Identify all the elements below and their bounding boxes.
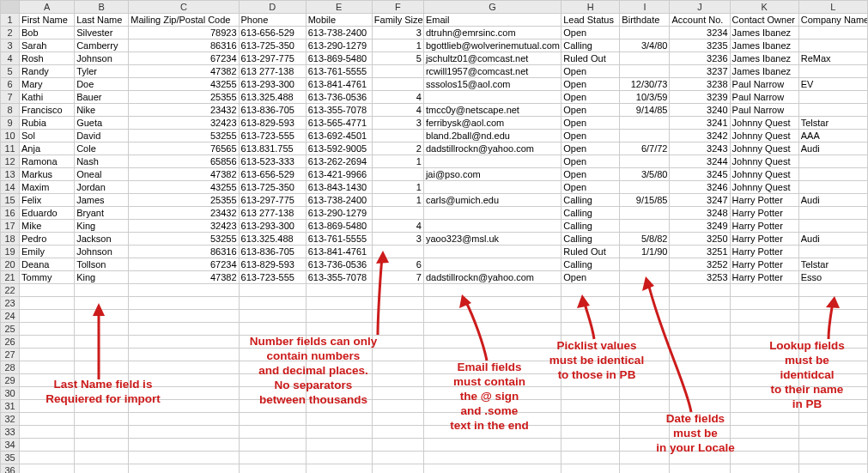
cell[interactable]: 613-738-2400 — [306, 27, 372, 39]
cell[interactable]: Calling — [561, 207, 620, 220]
field-header-cell[interactable]: Mailing Zip/Postal Code — [129, 14, 239, 27]
cell[interactable] — [239, 361, 306, 374]
cell[interactable]: Oneal — [75, 168, 129, 181]
row-header[interactable]: 26 — [1, 336, 20, 349]
cell[interactable]: 613-656-529 — [239, 27, 306, 39]
select-all-corner[interactable] — [1, 1, 20, 14]
cell[interactable]: Emily — [20, 246, 75, 258]
cell[interactable] — [372, 361, 423, 374]
cell[interactable] — [798, 39, 867, 52]
cell[interactable]: 9/15/85 — [620, 194, 670, 207]
cell[interactable] — [372, 464, 423, 474]
cell[interactable] — [561, 413, 620, 426]
cell[interactable] — [620, 439, 670, 452]
cell[interactable]: 613-761-5555 — [306, 65, 372, 78]
cell[interactable]: 3 — [372, 27, 423, 39]
cell[interactable] — [620, 297, 670, 310]
cell[interactable] — [423, 323, 561, 336]
cell[interactable] — [20, 284, 75, 297]
cell[interactable] — [306, 426, 372, 439]
cell[interactable]: 5 — [372, 52, 423, 65]
cell[interactable]: Calling — [561, 233, 620, 246]
cell[interactable]: 613-297-775 — [239, 52, 306, 65]
cell[interactable] — [239, 323, 306, 336]
cell[interactable]: Sarah — [20, 39, 75, 52]
cell[interactable]: 3242 — [670, 130, 730, 143]
cell[interactable] — [239, 310, 306, 323]
cell[interactable] — [372, 310, 423, 323]
cell[interactable] — [561, 361, 620, 374]
cell[interactable] — [730, 464, 798, 474]
cell[interactable] — [620, 452, 670, 464]
cell[interactable] — [423, 374, 561, 387]
cell[interactable] — [798, 323, 867, 336]
cell[interactable] — [423, 155, 561, 168]
cell[interactable]: Jordan — [75, 181, 129, 194]
cell[interactable]: Tyler — [75, 65, 129, 78]
cell[interactable] — [620, 284, 670, 297]
cell[interactable]: Open — [561, 271, 620, 284]
cell[interactable] — [798, 413, 867, 426]
cell[interactable]: 3246 — [670, 181, 730, 194]
cell[interactable]: 10/3/59 — [620, 91, 670, 104]
cell[interactable]: 76565 — [129, 143, 239, 155]
cell[interactable]: Deana — [20, 258, 75, 271]
cell[interactable]: 67234 — [129, 52, 239, 65]
cell[interactable] — [423, 284, 561, 297]
cell[interactable] — [423, 336, 561, 349]
cell[interactable] — [372, 168, 423, 181]
cell[interactable]: James Ibanez — [730, 65, 798, 78]
field-header-cell[interactable]: Birthdate — [620, 14, 670, 27]
field-header-cell[interactable]: Lead Status — [561, 14, 620, 27]
cell[interactable]: Tommy — [20, 271, 75, 284]
cell[interactable] — [372, 65, 423, 78]
cell[interactable]: Open — [561, 91, 620, 104]
row-header[interactable]: 9 — [1, 117, 20, 130]
cell[interactable]: Tollson — [75, 258, 129, 271]
cell[interactable]: 613 277-138 — [239, 207, 306, 220]
cell[interactable] — [75, 452, 129, 464]
cell[interactable] — [129, 323, 239, 336]
cell[interactable]: 32423 — [129, 117, 239, 130]
row-header[interactable]: 18 — [1, 233, 20, 246]
cell[interactable] — [129, 464, 239, 474]
cell[interactable]: 43255 — [129, 78, 239, 91]
cell[interactable] — [239, 374, 306, 387]
cell[interactable] — [798, 65, 867, 78]
cell[interactable] — [423, 413, 561, 426]
cell[interactable]: Markus — [20, 168, 75, 181]
cell[interactable] — [20, 323, 75, 336]
cell[interactable]: jai@pso.com — [423, 168, 561, 181]
cell[interactable]: 1 — [372, 39, 423, 52]
cell[interactable]: 613 277-138 — [239, 65, 306, 78]
cell[interactable] — [423, 400, 561, 413]
row-header[interactable]: 30 — [1, 387, 20, 400]
cell[interactable] — [798, 246, 867, 258]
cell[interactable]: 613-293-300 — [239, 220, 306, 233]
cell[interactable] — [20, 297, 75, 310]
cell[interactable]: Rosh — [20, 52, 75, 65]
cell[interactable] — [561, 336, 620, 349]
cell[interactable]: 3241 — [670, 117, 730, 130]
cell[interactable] — [75, 387, 129, 400]
cell[interactable] — [620, 130, 670, 143]
cell[interactable] — [423, 452, 561, 464]
cell[interactable]: Harry Potter — [730, 220, 798, 233]
row-header[interactable]: 19 — [1, 246, 20, 258]
cell[interactable] — [730, 452, 798, 464]
cell[interactable] — [423, 361, 561, 374]
cell[interactable]: 25355 — [129, 91, 239, 104]
row-header[interactable]: 21 — [1, 271, 20, 284]
cell[interactable]: Johnson — [75, 246, 129, 258]
cell[interactable]: carls@umich.edu — [423, 194, 561, 207]
cell[interactable] — [620, 374, 670, 387]
field-header-cell[interactable]: Company Name — [798, 14, 867, 27]
cell[interactable]: 613-692-4501 — [306, 130, 372, 143]
cell[interactable]: 613-829-593 — [239, 258, 306, 271]
cell[interactable] — [798, 181, 867, 194]
cell[interactable]: 3244 — [670, 155, 730, 168]
cell[interactable]: Bauer — [75, 91, 129, 104]
cell[interactable] — [75, 374, 129, 387]
col-header-A[interactable]: A — [20, 1, 75, 14]
cell[interactable]: Camberry — [75, 39, 129, 52]
